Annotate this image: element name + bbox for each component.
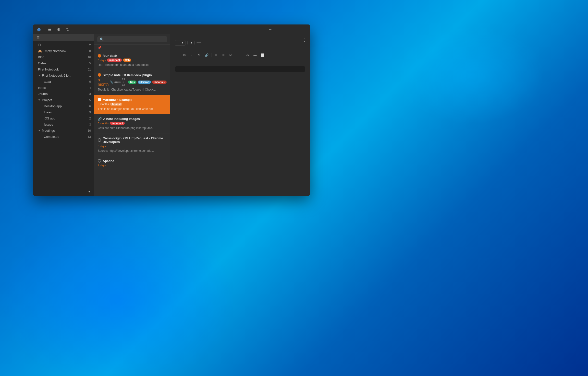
hr-button[interactable]: — (252, 52, 258, 59)
note-list-header: 🔍 (94, 34, 170, 45)
notebook-count: 3 (89, 123, 91, 126)
sidebar-item-inbox[interactable]: Inbox 4 (33, 85, 94, 91)
app-logo-icon (37, 27, 41, 32)
sidebar-item-completed[interactable]: Completed 13 (33, 134, 94, 140)
link-icon: 🔗 (98, 117, 102, 121)
sidebar-item-all-notes[interactable]: ☰ (33, 34, 94, 41)
heading-button[interactable] (174, 52, 181, 59)
pin-icon: 📌 (98, 46, 101, 49)
sidebar-item-project[interactable]: ▼ Project 5 (33, 97, 94, 103)
sidebar-item-journal[interactable]: Journal 3 (33, 91, 94, 97)
sidebar-item-ios-app[interactable]: iOS app 2 (33, 115, 94, 121)
notebook-name: Completed (44, 135, 88, 139)
note-title: Apache (103, 159, 167, 163)
sidebar-item-aaaa[interactable]: aaaa 0 (33, 79, 94, 85)
note-meta: 7 days (98, 164, 167, 167)
word-count-button[interactable] (235, 52, 242, 59)
more-options-button[interactable]: ⋮ (302, 37, 306, 43)
notebook-count: 2 (89, 117, 91, 120)
sidebar-item-desktop-app[interactable]: Desktop app 6 (33, 103, 94, 109)
code-button[interactable]: <> (244, 52, 251, 59)
notebook-name: First Notebook (38, 68, 86, 71)
search-input[interactable] (105, 37, 165, 41)
app-body: ☰ ▢ + 🙈 Empty Notebook 0 Blog 16 Cafes (33, 34, 310, 196)
notebook-count: 5 (89, 62, 91, 65)
image-button[interactable]: ⬜ (259, 52, 266, 59)
notebooks-header[interactable]: ▢ + (33, 41, 94, 48)
editor-header: ▢ ▼ ▼ (170, 34, 310, 50)
notebook-name: Blog (38, 55, 86, 59)
note-snippet: Toggle it ! Checkbo xaaaa Toggle it! Che… (98, 88, 167, 92)
note-title: Cross-origin XMLHttpRequest - Chrome Dev… (103, 136, 167, 144)
note-date: 7 days (98, 164, 106, 167)
title-bar-left: ☰ ⚙ ⇅ (33, 26, 94, 33)
tag-tips: Tips (128, 81, 136, 84)
tag-tutorial-pill[interactable] (196, 42, 201, 43)
maximize-button[interactable] (287, 24, 299, 34)
notebook-name: 🙈 Empty Notebook (38, 49, 88, 53)
note-date: a month (98, 78, 109, 87)
bold-button[interactable]: B (181, 52, 188, 59)
add-notebook-button[interactable]: + (89, 42, 91, 47)
new-note-button[interactable]: ✏ (267, 26, 274, 33)
tag-importa: Importa... (152, 81, 167, 84)
note-snippet: Cats are cute clipboarda.png inkdrop://f… (98, 126, 167, 130)
sidebar-item-issues[interactable]: Issues 3 (33, 121, 94, 128)
notebook-name: Desktop app (44, 104, 89, 108)
notebook-name: Project (42, 98, 88, 102)
ordered-list-button[interactable]: ≡ (220, 52, 227, 59)
search-box[interactable]: 🔍 (97, 36, 167, 42)
sidebar-item-first-notebook[interactable]: First Notebook 51 (33, 66, 94, 72)
checkbox-button[interactable]: ☑ (227, 52, 234, 59)
app-window: ☰ ⚙ ⇅ ✏ ☰ ▢ + (33, 24, 310, 196)
sidebar-footer: ▼ (33, 187, 94, 196)
editor-content[interactable] (170, 60, 310, 196)
close-button[interactable] (299, 24, 310, 34)
italic-button[interactable]: I (188, 52, 195, 59)
sidebar-item-ideas[interactable]: Ideas 9 (33, 109, 94, 115)
strikethrough-button[interactable]: S (196, 52, 203, 59)
note-status-indicator (98, 54, 101, 58)
notebook-selector[interactable]: ▢ ▼ (175, 40, 185, 46)
note-status-indicator (98, 138, 101, 142)
status-selector[interactable]: ▼ (187, 41, 195, 45)
minimize-button[interactable] (276, 24, 287, 34)
note-status-indicator (98, 159, 101, 163)
footer-dropdown-button[interactable]: ▼ (87, 189, 91, 193)
sidebar: ☰ ▢ + 🙈 Empty Notebook 0 Blog 16 Cafes (33, 34, 94, 196)
note-item-four-dash[interactable]: four dash 6 days Important Web title: 'f… (94, 51, 170, 70)
note-item-markdown-example[interactable]: Markdown Example 6 months Tutorial This … (94, 95, 170, 114)
notebook-count: 9 (89, 111, 91, 114)
note-item-simple-plugin[interactable]: Simple note list item view plugin a mont… (94, 70, 170, 95)
tag-tutorial: Tutorial (110, 103, 122, 106)
sidebar-item-meetings[interactable]: ▼ Meetings 10 (33, 128, 94, 134)
note-snippet: title: 'frontmatter' aaaa aaaa aaabbbccc (98, 63, 167, 67)
note-meta: 6 months Important (98, 122, 167, 125)
file-icon: 📎 (110, 81, 113, 84)
notebook-count: 51 (88, 68, 91, 71)
notebook-name: aaaa (44, 80, 89, 83)
note-item-images[interactable]: 🔗 A note including images 6 months Impor… (94, 114, 170, 133)
sidebar-item-cafes[interactable]: Cafes 5 (33, 60, 94, 66)
note-item-cross-origin[interactable]: Cross-origin XMLHttpRequest - Chrome Dev… (94, 133, 170, 156)
progress-row: a month 📎 23 of 46 Tips Electron Importa… (98, 78, 167, 87)
link-button[interactable]: 🔗 (203, 52, 210, 59)
settings-button[interactable]: ⚙ (55, 26, 62, 33)
note-title: four dash (103, 54, 167, 58)
title-bar: ☰ ⚙ ⇅ ✏ (33, 24, 310, 34)
sort-button[interactable]: ⇅ (64, 26, 71, 33)
notebook-name: Ideas (44, 110, 89, 114)
notebook-name: First Notebook 5 lo... (42, 74, 88, 77)
hamburger-menu-button[interactable]: ☰ (46, 26, 53, 33)
note-meta: 6 months Tutorial (98, 103, 167, 106)
sidebar-item-first-notebook-5[interactable]: ▼ First Notebook 5 lo... 1 (33, 72, 94, 79)
notebook-icon: ▢ (177, 41, 179, 45)
sidebar-item-blog[interactable]: Blog 16 (33, 54, 94, 60)
editor-pane: ▢ ▼ ▼ B I S 🔗 (170, 34, 310, 196)
notebook-name: Inbox (38, 86, 88, 90)
unordered-list-button[interactable]: ≡ (213, 52, 220, 59)
note-item-apache[interactable]: Apache 7 days (94, 156, 170, 171)
window-controls (276, 24, 310, 34)
sidebar-item-empty-notebook[interactable]: 🙈 Empty Notebook 0 (33, 48, 94, 54)
progress-bar-fill (114, 82, 118, 83)
